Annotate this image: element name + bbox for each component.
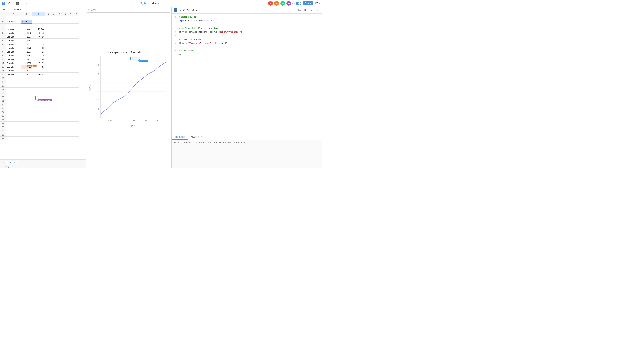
cell[interactable] [6, 129, 21, 133]
cell[interactable] [68, 133, 74, 137]
cell[interactable] [57, 42, 62, 46]
cell[interactable] [68, 88, 74, 92]
cell[interactable] [32, 84, 46, 88]
cell[interactable] [74, 99, 79, 103]
shapes-button[interactable]: ▾ [7, 2, 14, 5]
cell[interactable] [62, 65, 68, 69]
cell[interactable] [74, 27, 79, 31]
cell[interactable] [68, 24, 74, 27]
cell[interactable] [74, 95, 79, 99]
cell[interactable] [46, 31, 51, 35]
cell[interactable] [74, 106, 79, 110]
sheet-container[interactable]: 0 1 2 3 4 5 6 7 8 [0, 12, 86, 160]
add-sheet-button[interactable]: + [2, 160, 5, 164]
cell[interactable] [6, 110, 21, 114]
cell[interactable] [46, 103, 51, 106]
ai-assistant-tab[interactable]: AI ASSISTANT [188, 135, 208, 140]
cell[interactable] [68, 61, 74, 65]
cell[interactable] [6, 103, 21, 106]
cell[interactable] [46, 72, 51, 76]
cell[interactable] [62, 58, 68, 61]
cell[interactable] [62, 50, 68, 54]
cell[interactable] [51, 65, 57, 69]
cell[interactable] [51, 58, 57, 61]
cell[interactable]: Canada [6, 42, 21, 46]
cell[interactable] [51, 20, 57, 24]
cell[interactable] [68, 27, 74, 31]
cell[interactable] [51, 129, 57, 133]
cell[interactable] [74, 88, 79, 92]
cell[interactable] [62, 114, 68, 118]
stop-button[interactable] [303, 8, 308, 12]
cell[interactable] [46, 106, 51, 110]
cell[interactable] [68, 46, 74, 50]
cell[interactable] [57, 122, 62, 125]
cell[interactable] [68, 92, 74, 95]
cell[interactable] [46, 16, 51, 20]
cell[interactable] [57, 133, 62, 137]
cell[interactable] [32, 106, 46, 110]
cell[interactable] [57, 27, 62, 31]
cell[interactable] [62, 80, 68, 84]
cell[interactable] [51, 61, 57, 65]
cell[interactable]: 68.75 [32, 31, 46, 35]
cell[interactable] [62, 54, 68, 58]
cell[interactable] [62, 84, 68, 88]
cell[interactable] [68, 103, 74, 106]
cell[interactable] [68, 106, 74, 110]
cell[interactable] [51, 95, 57, 99]
cell[interactable] [68, 42, 74, 46]
cell[interactable] [46, 95, 51, 99]
cell[interactable] [57, 65, 62, 69]
cell[interactable] [74, 58, 79, 61]
cell[interactable] [46, 137, 51, 140]
cell[interactable]: 72.13 [32, 42, 46, 46]
cell[interactable] [51, 137, 57, 140]
grid-button[interactable]: ▾ [15, 2, 22, 5]
cell[interactable] [51, 39, 57, 42]
cell[interactable] [32, 110, 46, 114]
cell[interactable] [68, 137, 74, 140]
cell[interactable] [21, 88, 32, 92]
cell[interactable]: 1987 [21, 58, 32, 61]
cell[interactable] [57, 88, 62, 92]
cell[interactable]: Canada [6, 69, 21, 72]
cell[interactable] [46, 92, 51, 95]
cell[interactable] [51, 99, 57, 103]
cell[interactable] [6, 106, 21, 110]
cell[interactable] [62, 61, 68, 65]
cell[interactable] [21, 106, 32, 110]
cell[interactable] [32, 92, 46, 95]
cell[interactable] [62, 133, 68, 137]
cell[interactable] [6, 84, 21, 88]
cell[interactable] [57, 114, 62, 118]
cell[interactable] [51, 125, 57, 129]
cell[interactable] [51, 50, 57, 54]
cell[interactable] [74, 24, 79, 27]
cell[interactable] [74, 118, 79, 122]
cell[interactable] [6, 80, 21, 84]
cell[interactable] [6, 118, 21, 122]
cell[interactable] [62, 46, 68, 50]
cell[interactable] [68, 80, 74, 84]
cell[interactable] [51, 106, 57, 110]
cell[interactable] [51, 31, 57, 35]
close-button[interactable] [315, 8, 320, 12]
cell[interactable] [32, 125, 46, 129]
cell[interactable] [21, 133, 32, 137]
cell[interactable] [62, 129, 68, 133]
cell[interactable] [46, 39, 51, 42]
cell[interactable] [57, 92, 62, 95]
cell[interactable] [57, 46, 62, 50]
cell[interactable] [32, 103, 46, 106]
cell[interactable] [62, 103, 68, 106]
cell[interactable] [74, 84, 79, 88]
cell[interactable] [57, 125, 62, 129]
cell[interactable] [46, 35, 51, 39]
cell[interactable] [74, 92, 79, 95]
cell[interactable] [6, 122, 21, 125]
cell[interactable]: Canada [6, 61, 21, 65]
cell[interactable] [68, 16, 74, 20]
cell[interactable] [62, 110, 68, 114]
cell[interactable] [51, 122, 57, 125]
